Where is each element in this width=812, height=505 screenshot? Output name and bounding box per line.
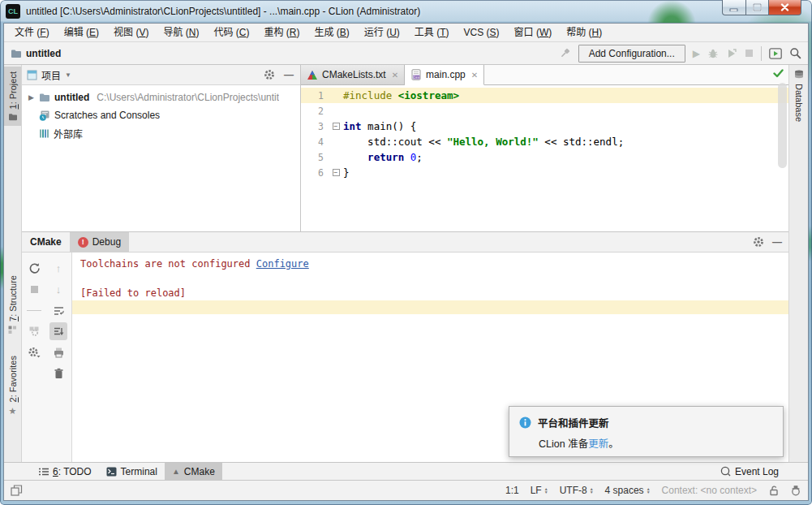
- sidebar-item-project[interactable]: 1: Project: [4, 67, 21, 126]
- unlock-icon[interactable]: [768, 485, 779, 496]
- line-separator-selector[interactable]: LF ▲▼: [531, 485, 548, 496]
- menu-item-file[interactable]: 文件 (F): [7, 24, 57, 41]
- database-stripe-label: Database: [794, 84, 804, 122]
- project-tree: ▶ untitled C:\Users\Administrator\CLionP…: [22, 85, 300, 142]
- cmake-debug-tab[interactable]: ! Debug: [70, 232, 129, 252]
- toolbar-separator: [761, 46, 762, 61]
- scroll-to-end-icon[interactable]: [49, 322, 67, 340]
- cmake-bottom-tab[interactable]: ▲ CMake: [165, 463, 222, 481]
- configure-link[interactable]: Configure: [256, 258, 309, 270]
- context-indicator: Context: <no context>: [662, 485, 757, 496]
- status-bar: 1:1 LF ▲▼ UTF-8 ▲▼ 4 spaces ▲▼ Context: …: [4, 480, 808, 500]
- sidebar-item-favorites[interactable]: 2: Favorites ★: [4, 351, 21, 421]
- close-tab-icon[interactable]: ✕: [471, 71, 478, 80]
- line-number: 5: [301, 152, 329, 163]
- indent-selector[interactable]: 4 spaces ▲▼: [605, 485, 651, 496]
- todo-list-icon: [39, 468, 49, 476]
- fold-gutter[interactable]: −: [329, 169, 343, 176]
- code-line-2[interactable]: 2: [301, 103, 788, 119]
- tool-window-switcher-icon[interactable]: [11, 485, 23, 496]
- minimize-button[interactable]: [722, 0, 746, 15]
- favorites-star-icon: ★: [9, 406, 17, 417]
- build-hammer-icon[interactable]: [559, 47, 571, 59]
- code-line-6[interactable]: 6−}: [301, 165, 788, 180]
- todo-tab[interactable]: 6: TODO: [32, 463, 99, 481]
- code-line-5[interactable]: 5 return 0;: [301, 149, 788, 165]
- update-link[interactable]: 更新: [588, 438, 608, 450]
- print-icon[interactable]: [49, 343, 67, 361]
- run-icon[interactable]: ▶: [693, 48, 700, 59]
- run-anything-icon[interactable]: [769, 48, 782, 59]
- project-panel-title[interactable]: 项目: [41, 68, 61, 82]
- code-editor[interactable]: 1#include <iostream>23−int main() {4 std…: [301, 85, 788, 231]
- project-settings-gear-icon[interactable]: [264, 69, 275, 80]
- tab-maincpp[interactable]: C++ main.cpp ✕: [405, 65, 484, 85]
- down-arrow-icon[interactable]: ↓: [49, 280, 67, 298]
- up-arrow-icon[interactable]: ↑: [49, 259, 67, 277]
- event-log-button[interactable]: Event Log: [720, 466, 808, 477]
- encoding-selector[interactable]: UTF-8 ▲▼: [560, 485, 594, 496]
- cmake-panel-title[interactable]: CMake: [28, 236, 68, 248]
- title-bar[interactable]: CL untitled [C:\Users\Administrator\CLio…: [0, 0, 812, 23]
- code-line-1[interactable]: 1#include <iostream>: [301, 88, 788, 103]
- menu-item-build[interactable]: 生成 (B): [307, 24, 356, 41]
- menu-item-code[interactable]: 代码 (C): [206, 24, 256, 41]
- gear-dropdown-icon[interactable]: [25, 343, 43, 361]
- cmake-settings-gear-icon[interactable]: [753, 236, 764, 248]
- hide-panel-icon[interactable]: —: [284, 69, 294, 80]
- todo-tab-label: 6: TODO: [53, 466, 92, 477]
- menu-item-edit[interactable]: 编辑 (E): [57, 24, 106, 41]
- menu-item-run[interactable]: 运行 (U): [357, 24, 407, 41]
- fold-marker-icon[interactable]: −: [333, 169, 340, 176]
- debug-bug-icon[interactable]: [707, 48, 719, 59]
- menu-item-view[interactable]: 视图 (V): [106, 24, 156, 41]
- add-configuration-button[interactable]: Add Configuration...: [578, 45, 685, 63]
- project-panel-header: 项目 ▼ —: [22, 65, 300, 85]
- expand-chevron-icon[interactable]: ▶: [28, 93, 35, 101]
- terminal-tab[interactable]: Terminal: [99, 463, 165, 481]
- updown-chevron-icon: ▲▼: [590, 487, 594, 494]
- editor-scrollbar[interactable]: [778, 83, 787, 168]
- reload-cmake-icon[interactable]: [25, 259, 43, 277]
- database-icon: [794, 70, 804, 80]
- soft-wrap-icon[interactable]: [49, 301, 67, 319]
- fold-marker-icon[interactable]: −: [333, 123, 340, 130]
- search-everywhere-icon[interactable]: [789, 47, 801, 59]
- terminal-tab-label: Terminal: [121, 466, 157, 477]
- tab-label: CMakeLists.txt: [322, 69, 386, 80]
- tree-item-scratches[interactable]: Scratches and Consoles: [22, 106, 300, 124]
- maximize-button[interactable]: [746, 0, 769, 15]
- update-notification[interactable]: 平台和插件更新 CLion 准备更新。: [509, 406, 784, 457]
- menu-item-window[interactable]: 窗口 (W): [507, 24, 560, 41]
- code-line-3[interactable]: 3−int main() {: [301, 119, 788, 134]
- menu-item-vcs[interactable]: VCS (S): [457, 24, 507, 41]
- sidebar-item-structure[interactable]: 7: Structure: [4, 270, 21, 339]
- menu-item-tools[interactable]: 工具 (T): [407, 24, 457, 41]
- tab-cmakeliststxt[interactable]: CMakeLists.txt ✕: [301, 65, 405, 84]
- fold-gutter[interactable]: −: [329, 123, 343, 130]
- sidebar-item-database[interactable]: Database: [789, 68, 808, 127]
- menu-item-refactor[interactable]: 重构 (R): [256, 24, 307, 41]
- caret-position[interactable]: 1:1: [505, 485, 519, 496]
- code-line-4[interactable]: 4 std::cout << "Hello, World!" << std::e…: [301, 134, 788, 149]
- cmake-settings-icon[interactable]: [25, 322, 43, 340]
- stop-reload-icon[interactable]: [25, 280, 43, 298]
- tree-item-untitled[interactable]: ▶ untitled C:\Users\Administrator\CLionP…: [22, 88, 300, 106]
- menu-item-navigate[interactable]: 导航 (N): [156, 24, 206, 41]
- console-blank-line: [72, 271, 788, 286]
- navigation-breadcrumb[interactable]: untitled: [11, 48, 61, 59]
- structure-stripe-label: 7: Structure: [8, 275, 18, 322]
- inspections-ok-icon[interactable]: [773, 69, 784, 78]
- hector-inspector-icon[interactable]: [790, 485, 801, 496]
- hide-panel-icon[interactable]: —: [772, 236, 782, 248]
- stop-icon[interactable]: [745, 49, 754, 58]
- chevron-down-icon[interactable]: ▼: [65, 71, 71, 79]
- close-button[interactable]: [769, 0, 801, 15]
- tree-item-external-libraries[interactable]: 外部库: [22, 124, 300, 142]
- cmake-toolbar: ↑ ↓: [22, 252, 72, 462]
- profile-icon[interactable]: [726, 48, 737, 59]
- close-tab-icon[interactable]: ✕: [392, 71, 398, 80]
- line-number: 3: [301, 121, 329, 132]
- menu-item-help[interactable]: 帮助 (H): [559, 24, 609, 41]
- clear-all-trash-icon[interactable]: [49, 365, 67, 382]
